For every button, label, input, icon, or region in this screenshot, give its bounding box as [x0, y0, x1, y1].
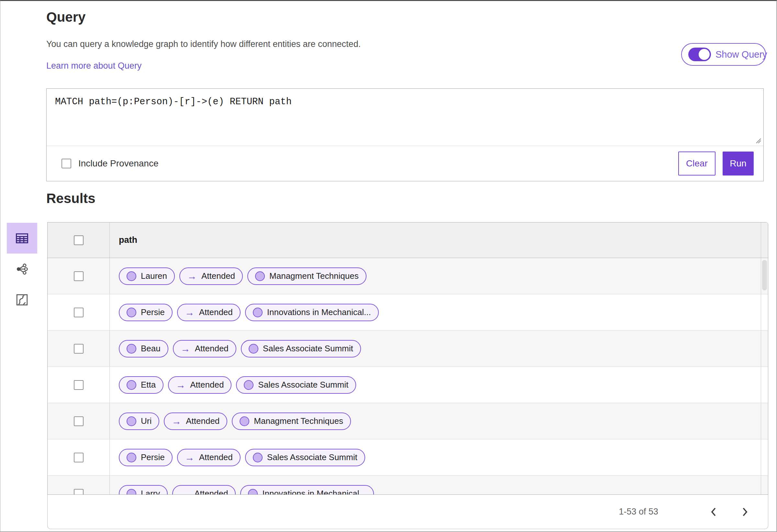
row-checkbox[interactable]	[74, 489, 84, 495]
table-view-button[interactable]	[7, 223, 37, 253]
target-node-chip[interactable]: Managment Techniques	[232, 413, 351, 430]
node-icon	[127, 416, 136, 426]
previous-page-button[interactable]	[707, 504, 720, 520]
row-checkbox[interactable]	[74, 271, 84, 281]
path-column-header: path	[119, 235, 137, 245]
node-icon	[253, 308, 262, 317]
source-node-chip[interactable]: Persie	[119, 304, 173, 321]
target-node-label: Innovations in Mechanical...	[262, 489, 366, 495]
source-node-label: Uri	[141, 416, 151, 426]
node-icon	[127, 344, 136, 353]
source-node-chip[interactable]: Larry	[119, 485, 168, 495]
row-path-cell: Etta → Attended Sales Associate Summit	[110, 367, 768, 403]
table-footer: 1-53 of 53	[47, 495, 768, 529]
target-node-label: Managment Techniques	[254, 416, 343, 426]
node-icon	[127, 489, 136, 495]
table-row: Beau → Attended Sales Associate Summit	[47, 331, 768, 367]
target-node-chip[interactable]: Innovations in Mechanical...	[240, 485, 374, 495]
row-select-cell	[47, 331, 110, 366]
row-checkbox[interactable]	[74, 416, 84, 426]
table-header-row: path	[47, 222, 768, 258]
target-node-chip[interactable]: Sales Associate Summit	[241, 340, 361, 357]
table-scrollbar[interactable]	[761, 222, 768, 495]
edge-label: Attended	[195, 343, 229, 353]
node-icon	[240, 416, 249, 426]
row-checkbox[interactable]	[74, 380, 84, 390]
edge-chip[interactable]: → Attended	[164, 413, 227, 430]
edge-chip[interactable]: → Attended	[173, 340, 236, 357]
target-node-chip[interactable]: Innovations in Mechanical...	[245, 304, 379, 321]
run-button[interactable]: Run	[723, 151, 754, 176]
row-select-cell	[47, 367, 110, 403]
arrow-right-icon: →	[181, 344, 190, 353]
node-icon	[253, 453, 262, 462]
edge-chip[interactable]: → Attended	[172, 485, 236, 495]
row-select-cell	[47, 403, 110, 439]
clear-button[interactable]: Clear	[678, 151, 715, 176]
row-checkbox[interactable]	[74, 344, 84, 353]
target-node-label: Sales Associate Summit	[267, 452, 357, 462]
chart-view-button[interactable]	[7, 284, 37, 315]
row-checkbox[interactable]	[74, 308, 84, 317]
query-page: Query You can query a knowledge graph to…	[0, 0, 777, 532]
select-all-cell	[47, 222, 110, 258]
resize-grip-icon[interactable]	[755, 137, 762, 144]
page-title: Query	[46, 9, 86, 25]
source-node-chip[interactable]: Persie	[119, 449, 173, 466]
target-node-chip[interactable]: Sales Associate Summit	[236, 376, 356, 394]
source-node-label: Persie	[141, 307, 165, 317]
select-all-checkbox[interactable]	[74, 235, 84, 245]
graph-view-button[interactable]	[7, 253, 37, 284]
row-path-cell: Larry → Attended Innovations in Mechanic…	[110, 476, 768, 495]
edge-chip[interactable]: → Attended	[168, 376, 231, 394]
pagination-range: 1-53 of 53	[619, 507, 658, 517]
row-select-cell	[47, 439, 110, 475]
query-editor-wrap: MATCH path=(p:Person)-[r]->(e) RETURN pa…	[46, 89, 763, 146]
node-icon	[248, 489, 258, 495]
edge-chip[interactable]: → Attended	[177, 449, 240, 466]
row-path-cell: Uri → Attended Managment Techniques	[110, 403, 768, 439]
results-table: path Lauren → Attended Managment Techniq…	[47, 222, 768, 495]
show-query-toggle[interactable]: Show Query	[681, 43, 766, 66]
line-chart-icon	[15, 293, 29, 307]
target-node-label: Managment Techniques	[269, 271, 359, 281]
next-page-button[interactable]	[738, 504, 752, 520]
include-provenance-label: Include Provenance	[78, 158, 158, 169]
show-query-label: Show Query	[715, 49, 767, 60]
target-node-label: Sales Associate Summit	[263, 343, 353, 353]
arrow-right-icon: →	[185, 308, 195, 317]
learn-more-link[interactable]: Learn more about Query	[46, 61, 141, 71]
node-icon	[127, 380, 136, 390]
path-header-cell: path	[110, 222, 768, 258]
edge-chip[interactable]: → Attended	[177, 304, 240, 321]
results-title: Results	[46, 191, 96, 206]
target-node-label: Sales Associate Summit	[258, 380, 348, 390]
source-node-chip[interactable]: Uri	[119, 413, 159, 430]
edge-chip[interactable]: → Attended	[179, 268, 243, 285]
edge-label: Attended	[199, 452, 233, 462]
chevron-left-icon	[710, 507, 717, 517]
row-path-cell: Persie → Attended Sales Associate Summit	[110, 439, 768, 475]
target-node-chip[interactable]: Sales Associate Summit	[245, 449, 365, 466]
include-provenance-row[interactable]: Include Provenance	[62, 158, 158, 169]
row-path-cell: Beau → Attended Sales Associate Summit	[110, 331, 768, 366]
table-row: Etta → Attended Sales Associate Summit	[47, 367, 768, 403]
query-input[interactable]: MATCH path=(p:Person)-[r]->(e) RETURN pa…	[46, 89, 763, 146]
source-node-chip[interactable]: Etta	[119, 376, 163, 394]
target-node-chip[interactable]: Managment Techniques	[247, 268, 366, 285]
query-toolbar: Include Provenance Clear Run	[46, 146, 763, 181]
source-node-label: Etta	[141, 380, 156, 390]
table-row: Uri → Attended Managment Techniques	[47, 403, 768, 439]
source-node-chip[interactable]: Beau	[119, 340, 169, 357]
table-row: Persie → Attended Innovations in Mechani…	[47, 294, 768, 331]
edge-label: Attended	[194, 489, 228, 495]
arrow-right-icon: →	[187, 271, 197, 281]
source-node-label: Persie	[141, 452, 165, 462]
source-node-chip[interactable]: Lauren	[119, 268, 175, 285]
arrow-right-icon: →	[176, 380, 186, 390]
row-checkbox[interactable]	[74, 453, 84, 462]
scrollbar-thumb[interactable]	[762, 260, 767, 291]
toggle-on-icon[interactable]	[688, 47, 711, 61]
include-provenance-checkbox[interactable]	[62, 158, 71, 169]
edge-label: Attended	[199, 307, 233, 317]
